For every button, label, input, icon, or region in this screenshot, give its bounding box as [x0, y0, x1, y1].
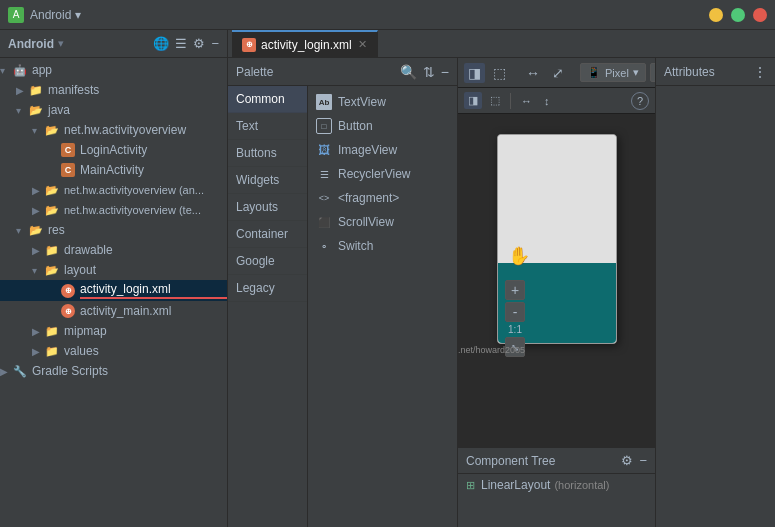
tree-item-package2[interactable]: ▶ 📂 net.hw.activityoverview (an... [0, 180, 227, 200]
tree-item-package3[interactable]: ▶ 📂 net.hw.activityoverview (te... [0, 200, 227, 220]
palette-item-textview[interactable]: Ab TextView [308, 90, 457, 114]
palette-cat-common[interactable]: Common [228, 86, 307, 113]
palette-sort-icon[interactable]: ⇅ [423, 64, 435, 80]
tab-activity-login[interactable]: ⊕ activity_login.xml ✕ [232, 30, 378, 58]
palette-search-icon[interactable]: 🔍 [400, 64, 417, 80]
palette-cat-google[interactable]: Google [228, 248, 307, 275]
linear-layout-icon: ⊞ [466, 479, 475, 492]
palette-item-recyclerview[interactable]: ☰ RecyclerView [308, 162, 457, 186]
close-btn[interactable] [753, 8, 767, 22]
label-java: java [48, 103, 227, 117]
component-minus-icon[interactable]: − [639, 453, 647, 468]
window-controls [709, 8, 767, 22]
zoom-out-btn[interactable]: - [505, 302, 525, 322]
tree-item-layout[interactable]: ▾ 📂 layout [0, 260, 227, 280]
attributes-view-btn[interactable]: ⬚ [486, 92, 504, 109]
panel-header-icons: 🌐 ☰ ⚙ − [153, 36, 219, 51]
arrow-gradle: ▶ [0, 366, 12, 377]
switch-icon: ⚬ [316, 238, 332, 254]
imageview-icon: 🖼 [316, 142, 332, 158]
project-panel-title: Android [8, 37, 54, 51]
class-c-icon2: C [60, 162, 76, 178]
tree-item-activity-main[interactable]: ⊕ activity_main.xml [0, 301, 227, 321]
tree-item-activity-login[interactable]: ⊕ activity_login.xml [0, 280, 227, 301]
list-icon[interactable]: ☰ [175, 36, 187, 51]
design-mode-btn[interactable]: ◨ [464, 63, 485, 83]
tree-item-drawable[interactable]: ▶ 📁 drawable [0, 240, 227, 260]
palette-body: Common Text Buttons Widgets Layouts Cont… [228, 86, 457, 527]
orientation-btn[interactable]: ↔ [522, 63, 544, 83]
minimize-btn[interactable] [709, 8, 723, 22]
label-package3: net.hw.activityoverview (te... [64, 204, 227, 216]
zoom-ratio: 1:1 [505, 324, 525, 335]
package-icon: 📂 [44, 122, 60, 138]
hand-cursor-icon: ✋ [508, 245, 530, 267]
palette-item-scrollview[interactable]: ⬛ ScrollView [308, 210, 457, 234]
canvas-viewport[interactable]: ✋ + - 1:1 ⤡ https://blog.csdn.net/howard… [458, 114, 655, 447]
palette-item-recyclerview-label: RecyclerView [338, 167, 410, 181]
gear-icon[interactable]: ⚙ [193, 36, 205, 51]
palette-item-fragment[interactable]: <> <fragment> [308, 186, 457, 210]
tree-item-gradle[interactable]: ▶ 🔧 Gradle Scripts [0, 361, 227, 381]
recyclerview-icon: ☰ [316, 166, 332, 182]
palette-item-textview-label: TextView [338, 95, 386, 109]
palette-cat-buttons[interactable]: Buttons [228, 140, 307, 167]
arrow-res: ▾ [16, 225, 28, 236]
textview-icon: Ab [316, 94, 332, 110]
android-icon: 🤖 [12, 62, 28, 78]
tree-item-package1[interactable]: ▾ 📂 net.hw.activityoverview [0, 120, 227, 140]
design-view-btn[interactable]: ◨ [464, 92, 482, 109]
minus-icon[interactable]: − [211, 36, 219, 51]
palette-item-button[interactable]: □ Button [308, 114, 457, 138]
component-tree-row[interactable]: ⊞ LinearLayout (horizontal) [458, 474, 655, 496]
palette-minus-icon[interactable]: − [441, 64, 449, 80]
expand-h-btn[interactable]: ⤢ [548, 63, 568, 83]
v-expand-btn[interactable]: ↕ [540, 93, 554, 109]
zoom-in-btn[interactable]: + [505, 280, 525, 300]
h-expand-btn[interactable]: ↔ [517, 93, 536, 109]
attributes-menu-icon[interactable]: ⋮ [753, 64, 767, 80]
palette-title: Palette [236, 65, 273, 79]
label-mipmap: mipmap [64, 324, 227, 338]
device-selector[interactable]: 📱 Pixel ▾ [580, 63, 646, 82]
panel-dropdown-icon[interactable]: ▾ [58, 37, 64, 50]
tree-item-java[interactable]: ▾ 📂 java [0, 100, 227, 120]
blueprint-mode-btn[interactable]: ⬚ [489, 63, 510, 83]
tab-bar: ⊕ activity_login.xml ✕ [228, 30, 775, 58]
palette-item-switch[interactable]: ⚬ Switch [308, 234, 457, 258]
fragment-icon: <> [316, 190, 332, 206]
watermark: https://blog.csdn.net/howard2005 [458, 345, 525, 355]
palette-item-imageview[interactable]: 🖼 ImageView [308, 138, 457, 162]
arrow-layout: ▾ [32, 265, 44, 276]
palette-cat-text[interactable]: Text [228, 113, 307, 140]
tree-item-values[interactable]: ▶ 📁 values [0, 341, 227, 361]
tree-item-app[interactable]: ▾ 🤖 app [0, 60, 227, 80]
palette-cat-legacy[interactable]: Legacy [228, 275, 307, 302]
arrow-java: ▾ [16, 105, 28, 116]
device-icon: 📱 [587, 66, 601, 79]
right-panel: ⊕ activity_login.xml ✕ Palette 🔍 ⇅ − [228, 30, 775, 527]
title-dropdown[interactable]: ▾ [75, 8, 81, 22]
tree-item-res[interactable]: ▾ 📂 res [0, 220, 227, 240]
label-package1: net.hw.activityoverview [64, 123, 227, 137]
label-package2: net.hw.activityoverview (an... [64, 184, 227, 196]
label-main: MainActivity [80, 163, 227, 177]
tree-item-manifests[interactable]: ▶ 📁 manifests [0, 80, 227, 100]
maximize-btn[interactable] [731, 8, 745, 22]
xml-icon2: ⊕ [60, 303, 76, 319]
palette-cat-layouts[interactable]: Layouts [228, 194, 307, 221]
label-drawable: drawable [64, 243, 227, 257]
tab-close-btn[interactable]: ✕ [358, 38, 367, 51]
component-gear-icon[interactable]: ⚙ [621, 453, 633, 468]
palette-cat-container[interactable]: Container [228, 221, 307, 248]
label-values: values [64, 344, 227, 358]
arrow-app: ▾ [0, 65, 12, 76]
secondary-help-btn[interactable]: ? [631, 92, 649, 110]
globe-icon[interactable]: 🌐 [153, 36, 169, 51]
palette-cat-widgets[interactable]: Widgets [228, 167, 307, 194]
package3-icon: 📂 [44, 202, 60, 218]
label-activity-main: activity_main.xml [80, 304, 227, 318]
tree-item-main[interactable]: C MainActivity [0, 160, 227, 180]
tree-item-login[interactable]: C LoginActivity [0, 140, 227, 160]
tree-item-mipmap[interactable]: ▶ 📁 mipmap [0, 321, 227, 341]
